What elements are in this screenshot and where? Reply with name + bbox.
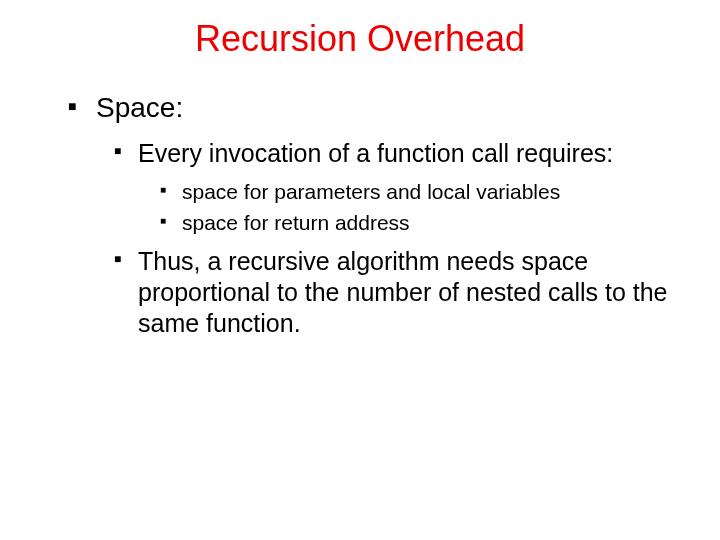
slide-title: Recursion Overhead <box>40 18 680 60</box>
bullet-level3: space for return address <box>160 210 680 236</box>
bullet-level2: Every invocation of a function call requ… <box>114 138 680 169</box>
bullet-level3: space for parameters and local variables <box>160 179 680 205</box>
bullet-level2: Thus, a recursive algorithm needs space … <box>114 246 680 340</box>
bullet-level1: Space: <box>68 92 680 124</box>
